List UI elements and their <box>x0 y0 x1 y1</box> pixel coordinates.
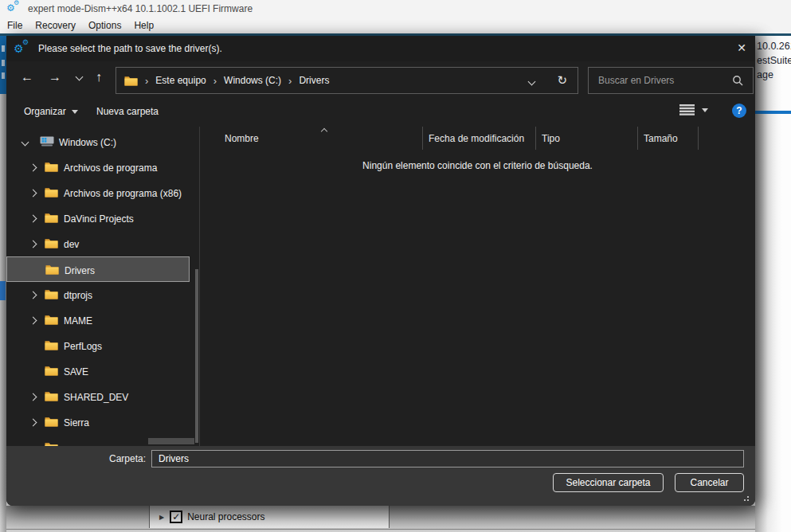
tree-item-label: DaVinci Projects <box>64 213 134 225</box>
chevron-right-icon[interactable] <box>29 393 37 401</box>
neural-processors-checkbox[interactable]: ✓ <box>170 510 182 523</box>
tree-item-label: PerfLogs <box>64 341 102 352</box>
chevron-right-icon[interactable] <box>29 215 37 223</box>
app-left-scroll-thumb[interactable] <box>0 281 6 300</box>
empty-folder-message: Ningún elemento coincide con el criterio… <box>200 160 755 171</box>
close-icon[interactable]: ✕ <box>737 41 746 54</box>
refresh-icon[interactable]: ↻ <box>557 73 567 88</box>
folder-icon <box>45 187 58 198</box>
tree-item-drivers[interactable]: Drivers <box>6 256 190 282</box>
view-mode-button[interactable] <box>679 104 708 115</box>
folder-name-label: Carpeta: <box>109 453 146 464</box>
clipped-text-line: age <box>755 68 791 82</box>
folder-icon <box>45 315 58 325</box>
breadcrumb-item[interactable]: Este equipo <box>155 75 206 86</box>
dismpp-logo-icon: ⚙ ⚙ <box>14 41 33 56</box>
breadcrumb-separator-icon: › <box>145 75 148 87</box>
menu-item-file[interactable]: File <box>7 20 22 31</box>
back-button[interactable]: ← <box>21 70 33 84</box>
details-view-icon <box>679 104 695 115</box>
chevron-right-icon[interactable] <box>29 291 37 299</box>
column-header-fecha-de-modificaci-n[interactable]: Fecha de modificación <box>423 127 536 150</box>
column-header-filler <box>699 127 755 150</box>
breadcrumb: ›Este equipo›Windows (C:)›Drivers <box>138 75 329 87</box>
chevron-right-icon[interactable] <box>29 164 37 172</box>
folder-icon <box>45 213 58 223</box>
app-right-accent-line <box>755 111 791 114</box>
app-bottom-divider <box>6 529 755 530</box>
organize-button[interactable]: Organizar <box>24 106 78 117</box>
chevron-right-icon[interactable] <box>29 419 37 427</box>
tree-item-label: Windows (C:) <box>59 137 116 148</box>
tree-item-windows-c-[interactable]: Windows (C:) <box>6 129 199 155</box>
folder-picker-dialog: ⚙ ⚙ Please select the path to save the d… <box>6 36 755 506</box>
column-header-nombre[interactable]: Nombre <box>200 127 423 150</box>
clipped-text-line: 10.0.261 <box>755 39 791 53</box>
folder-icon <box>45 340 58 350</box>
neural-processors-row[interactable]: ▶ ✓ Neural processors <box>149 506 390 528</box>
tree-item-save[interactable]: SAVE <box>6 358 199 384</box>
app-left-sidebar-edge <box>0 36 6 94</box>
tree-item-label: Drivers <box>65 265 95 276</box>
folder-name-input[interactable] <box>151 450 744 467</box>
tree-item-shared-dev[interactable]: SHARED_DEV <box>6 384 199 409</box>
address-bar[interactable]: ›Este equipo›Windows (C:)›Drivers ↻ <box>116 67 578 94</box>
tree-item-dev[interactable]: dev <box>6 231 199 256</box>
folder-icon <box>45 289 58 299</box>
tree-item-davinci-projects[interactable]: DaVinci Projects <box>6 205 199 231</box>
dismpp-logo-icon: ⚙ ⚙ <box>6 2 22 15</box>
check-icon: ✓ <box>172 513 180 521</box>
tree-item-mame[interactable]: MAME <box>6 307 199 333</box>
history-dropdown-icon[interactable] <box>76 73 84 81</box>
tree-vertical-scrollbar[interactable] <box>195 269 198 443</box>
dialog-title: Please select the path to save the drive… <box>38 43 222 54</box>
folder-icon <box>45 264 59 275</box>
app-left-scrollbar-edge[interactable] <box>0 94 6 532</box>
help-button[interactable]: ? <box>732 104 746 118</box>
clipped-text-fragment <box>2 60 5 66</box>
cancel-button[interactable]: Cancelar <box>675 473 744 492</box>
caret-down-icon <box>702 108 708 112</box>
app-right-panel-edge: 10.0.261estSuiteage <box>755 36 791 532</box>
tree-item-label: Sierra <box>64 417 89 428</box>
menu-item-help[interactable]: Help <box>134 20 154 31</box>
folder-icon <box>45 366 58 376</box>
column-header-tipo[interactable]: Tipo <box>536 127 638 150</box>
breadcrumb-item[interactable]: Windows (C:) <box>224 75 281 86</box>
breadcrumb-item[interactable]: Drivers <box>299 75 329 86</box>
file-list-panel: NombreFecha de modificaciónTipoTamaño Ni… <box>200 127 755 446</box>
chevron-down-icon[interactable] <box>22 139 29 147</box>
dialog-toolbar: Organizar Nueva carpeta ? <box>6 96 755 127</box>
drive-icon <box>40 136 54 147</box>
search-icon[interactable] <box>732 75 743 86</box>
chevron-right-icon[interactable] <box>29 241 37 248</box>
menu-item-recovery[interactable]: Recovery <box>35 20 76 31</box>
new-folder-button[interactable]: Nueva carpeta <box>96 106 159 117</box>
organize-label: Organizar <box>24 106 66 117</box>
tree-item-archivos-de-programa-x86-[interactable]: Archivos de programa (x86) <box>6 180 199 205</box>
tree-horizontal-scrollbar[interactable] <box>148 438 194 444</box>
tree-item-perflogs[interactable]: PerfLogs <box>6 333 199 358</box>
search-input[interactable] <box>589 74 732 87</box>
select-folder-button[interactable]: Seleccionar carpeta <box>553 473 664 492</box>
up-button[interactable]: ↑ <box>96 70 102 84</box>
app-menubar: FileRecoveryOptionsHelp <box>0 18 791 33</box>
tree-item-archivos-de-programa[interactable]: Archivos de programa <box>6 155 199 180</box>
search-box[interactable] <box>588 67 754 94</box>
tree-item-label: dev <box>64 239 79 250</box>
forward-button[interactable]: → <box>49 70 61 84</box>
menu-item-options[interactable]: Options <box>88 20 121 31</box>
expander-icon[interactable]: ▶ <box>159 514 164 521</box>
dialog-footer: Carpeta: Seleccionar carpeta Cancelar <box>6 446 755 506</box>
resize-grip[interactable] <box>742 494 750 502</box>
tree-item-sierra[interactable]: Sierra <box>6 409 199 435</box>
chevron-right-icon[interactable] <box>29 190 37 198</box>
tree-item-label: MAME <box>64 315 92 327</box>
folder-icon <box>45 391 58 401</box>
chevron-right-icon[interactable] <box>29 317 37 325</box>
address-dropdown-icon[interactable] <box>528 78 536 86</box>
app-window-title: expert mode-Dism++x64 10.1.1002.1 UEFI F… <box>28 3 253 14</box>
tree-item-dtprojs[interactable]: dtprojs <box>6 282 199 307</box>
column-header-tama-o[interactable]: Tamaño <box>638 127 699 150</box>
dialog-titlebar[interactable]: ⚙ ⚙ Please select the path to save the d… <box>6 36 755 61</box>
